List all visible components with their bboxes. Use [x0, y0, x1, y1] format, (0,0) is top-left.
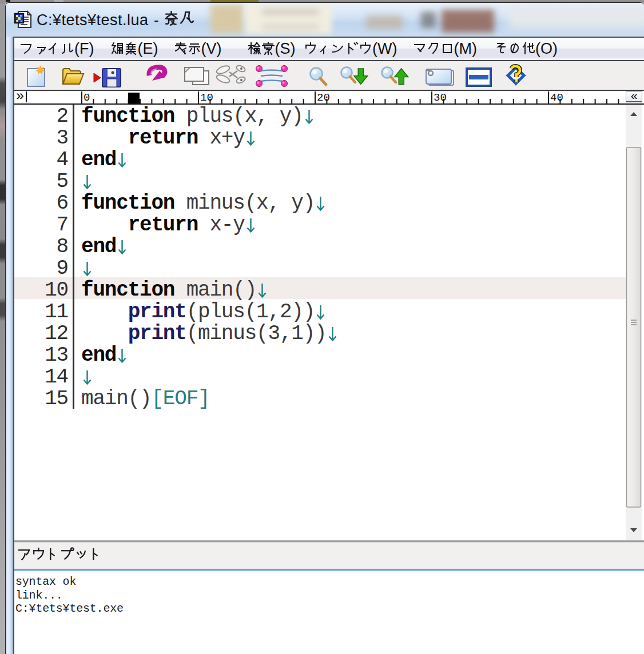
svg-text:0: 0 — [84, 91, 90, 103]
svg-text:10: 10 — [200, 91, 213, 103]
svg-text:30: 30 — [434, 91, 447, 103]
svg-text:20: 20 — [317, 91, 330, 103]
svg-text:40: 40 — [550, 91, 563, 103]
